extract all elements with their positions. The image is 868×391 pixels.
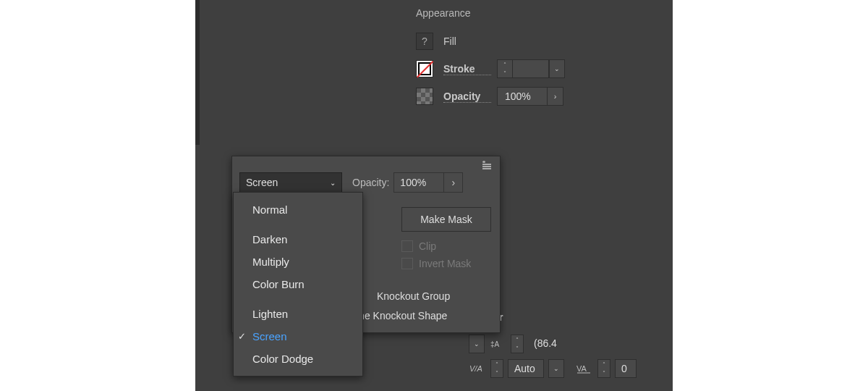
kerning-icon: V/A xyxy=(469,362,486,375)
invert-mask-checkbox-row[interactable]: Invert Mask xyxy=(401,258,491,269)
make-mask-button[interactable]: Make Mask xyxy=(401,207,491,232)
app-panel-area: Appearance ? Fill Stroke ˄˅ ⌄ Opacity 10… xyxy=(195,0,673,391)
fill-row: ? Fill xyxy=(416,32,669,51)
size-dropdown[interactable]: ⌄ xyxy=(469,335,485,353)
blend-item-color-dodge[interactable]: Color Dodge xyxy=(234,348,362,370)
check-icon: ✓ xyxy=(238,331,246,342)
transp-opacity-label: Opacity: xyxy=(352,177,389,188)
chevron-down-icon: ⌄ xyxy=(330,179,336,187)
blend-mode-dropdown-list: Normal Darken Multiply Color Burn Lighte… xyxy=(233,192,363,377)
stroke-weight-stepper[interactable]: ˄˅ xyxy=(497,59,513,78)
blend-item-screen-label: Screen xyxy=(252,330,287,342)
opacity-expand[interactable]: › xyxy=(548,87,563,106)
appearance-panel: Appearance ? Fill Stroke ˄˅ ⌄ Opacity 10… xyxy=(416,7,669,114)
fill-label: Fill xyxy=(443,35,491,47)
clip-label: Clip xyxy=(419,240,436,252)
transparency-top-row: Screen ⌄ Opacity: 100% › xyxy=(239,172,463,193)
opacity-row: Opacity 100% › xyxy=(416,87,669,106)
blend-item-color-burn[interactable]: Color Burn xyxy=(234,273,362,295)
appearance-title: Appearance xyxy=(416,7,669,19)
font-name-partial: mputer xyxy=(469,311,700,323)
character-panel-partial: mputer ⌄ ‡A ˄˅ (86.4 V/A ˄˅ Auto ⌄ VA ˄˅… xyxy=(469,311,700,384)
tracking-stepper[interactable]: ˄˅ xyxy=(597,359,610,378)
left-edge xyxy=(195,0,200,145)
knockout-shape-label-partial[interactable]: ine Knockout Shape xyxy=(357,310,447,321)
opacity-label[interactable]: Opacity xyxy=(443,91,491,103)
stroke-label[interactable]: Stroke xyxy=(443,63,491,75)
tracking-icon: VA xyxy=(576,362,593,375)
kerning-stepper[interactable]: ˄˅ xyxy=(490,359,503,378)
transp-opacity-expand[interactable]: › xyxy=(444,172,463,193)
font-size-row: ⌄ ‡A ˄˅ (86.4 xyxy=(469,335,700,353)
blend-item-multiply[interactable]: Multiply xyxy=(234,251,362,273)
tracking-value[interactable]: 0 xyxy=(615,359,637,378)
blend-item-normal[interactable]: Normal xyxy=(234,198,362,221)
leading-icon: ‡A xyxy=(489,337,506,350)
kerning-row: V/A ˄˅ Auto ⌄ VA ˄˅ 0 xyxy=(469,359,700,378)
stroke-weight-dropdown[interactable]: ⌄ xyxy=(549,59,565,78)
svg-text:‡A: ‡A xyxy=(490,340,500,348)
fill-swatch-unknown-icon[interactable]: ? xyxy=(416,33,433,50)
blend-mode-value: Screen xyxy=(246,177,278,188)
opacity-value-input[interactable]: 100% xyxy=(497,87,548,106)
svg-text:VA: VA xyxy=(576,364,587,373)
invert-mask-checkbox[interactable] xyxy=(401,258,413,269)
knockout-group-label[interactable]: Knockout Group xyxy=(377,290,450,302)
panel-menu-icon[interactable] xyxy=(482,161,494,169)
kerning-dropdown[interactable]: ⌄ xyxy=(548,359,564,378)
leading-value-partial[interactable]: (86.4 xyxy=(528,335,564,353)
clip-checkbox[interactable] xyxy=(401,240,413,252)
blend-item-screen[interactable]: ✓ Screen xyxy=(234,325,362,348)
invert-mask-label: Invert Mask xyxy=(419,258,471,269)
blend-item-lighten[interactable]: Lighten xyxy=(234,303,362,325)
kerning-value[interactable]: Auto xyxy=(508,359,544,378)
clip-checkbox-row[interactable]: Clip xyxy=(401,240,491,252)
svg-text:V/A: V/A xyxy=(469,364,482,373)
blend-mode-select[interactable]: Screen ⌄ xyxy=(239,172,342,193)
stroke-swatch-none-icon[interactable] xyxy=(416,60,433,77)
transp-opacity-input[interactable]: 100% xyxy=(393,172,444,193)
blend-item-darken[interactable]: Darken xyxy=(234,228,362,251)
opacity-swatch-checker-icon[interactable] xyxy=(416,88,433,105)
stroke-row: Stroke ˄˅ ⌄ xyxy=(416,59,669,78)
mask-section: Make Mask Clip Invert Mask xyxy=(401,207,491,275)
leading-stepper[interactable]: ˄˅ xyxy=(511,335,524,353)
stroke-weight-input[interactable] xyxy=(513,59,549,78)
